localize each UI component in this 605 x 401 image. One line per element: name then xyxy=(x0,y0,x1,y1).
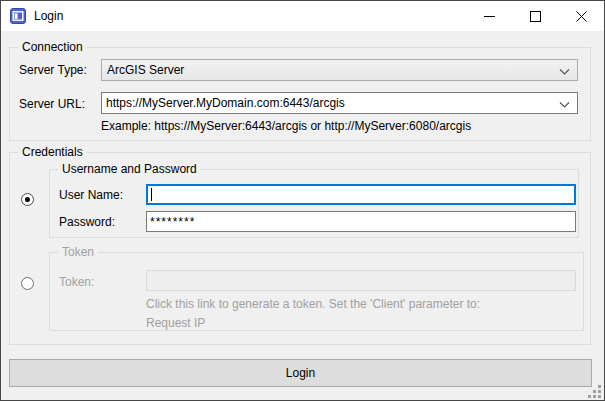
server-type-combobox[interactable]: ArcGIS Server xyxy=(101,59,578,81)
password-input[interactable] xyxy=(146,211,576,232)
minimize-icon xyxy=(484,11,495,22)
server-type-value: ArcGIS Server xyxy=(107,63,184,77)
username-password-legend: Username and Password xyxy=(58,162,201,177)
token-legend: Token xyxy=(58,245,98,260)
window-title: Login xyxy=(34,1,63,31)
chevron-down-icon[interactable] xyxy=(559,69,570,75)
token-input xyxy=(146,270,576,291)
server-url-input[interactable] xyxy=(102,94,577,112)
request-ip-link: Request IP xyxy=(146,316,205,330)
token-groupbox: Token xyxy=(49,252,584,331)
token-help-text: Click this link to generate a token. Set… xyxy=(146,297,480,311)
credentials-legend: Credentials xyxy=(18,145,87,160)
connection-legend: Connection xyxy=(18,40,87,55)
close-icon xyxy=(576,11,587,22)
server-url-label: Server URL: xyxy=(19,97,85,111)
chevron-down-icon[interactable] xyxy=(559,102,570,108)
token-label: Token: xyxy=(59,275,94,289)
server-type-label: Server Type: xyxy=(19,63,87,77)
titlebar: Login xyxy=(1,1,604,31)
app-icon xyxy=(10,8,26,24)
form-window-icon xyxy=(10,8,26,24)
minimize-button[interactable] xyxy=(466,1,512,31)
close-button[interactable] xyxy=(558,1,604,31)
username-input[interactable] xyxy=(146,184,576,205)
resize-grip-icon[interactable] xyxy=(588,385,601,398)
login-window: Login Connection Server Type: ArcGIS Ser… xyxy=(0,0,605,401)
token-radio[interactable] xyxy=(21,277,34,290)
username-password-radio[interactable] xyxy=(21,193,34,206)
login-button-label: Login xyxy=(286,366,315,380)
text-caret xyxy=(151,188,152,201)
login-button[interactable]: Login xyxy=(9,359,592,387)
password-label: Password: xyxy=(59,215,115,229)
server-url-combobox[interactable] xyxy=(101,92,578,114)
server-url-example-text: Example: https://MyServer:6443/arcgis or… xyxy=(101,119,471,133)
maximize-icon xyxy=(530,11,541,22)
maximize-button[interactable] xyxy=(512,1,558,31)
radio-selected-dot xyxy=(25,197,30,202)
username-label: User Name: xyxy=(59,188,123,202)
